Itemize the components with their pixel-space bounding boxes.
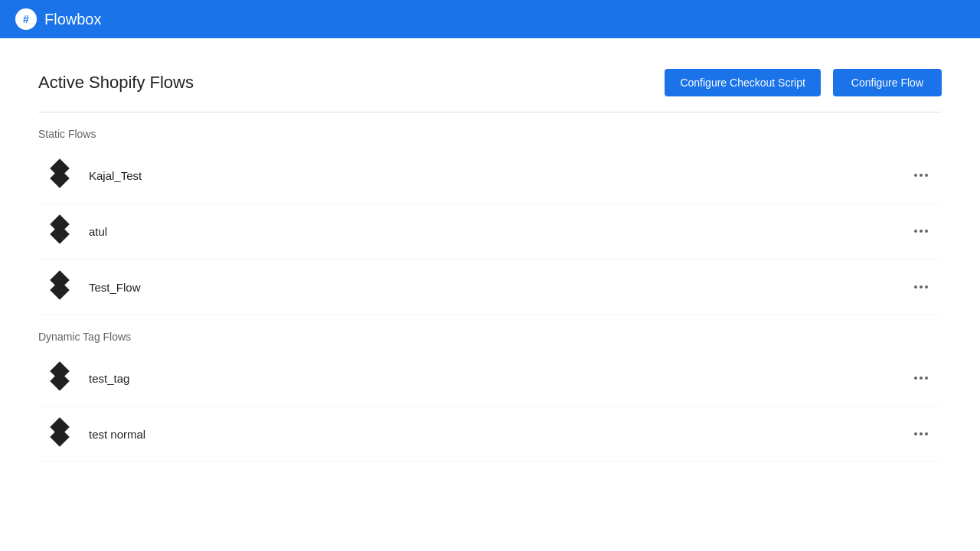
diamond-stack-icon — [48, 273, 71, 301]
flow-menu-button[interactable] — [908, 282, 934, 292]
app-logo-icon: # — [15, 8, 37, 30]
flow-name: test_tag — [89, 372, 908, 385]
flow-name: Test_Flow — [89, 281, 908, 294]
flow-name: atul — [89, 225, 908, 238]
list-item: Kajal_Test — [38, 148, 942, 204]
flow-icon — [46, 161, 74, 189]
dynamic-flows-section: Dynamic Tag Flows test_tag — [38, 331, 942, 462]
flow-name: test normal — [89, 428, 908, 441]
flow-icon — [46, 420, 74, 448]
flow-menu-button[interactable] — [908, 429, 934, 439]
list-item: atul — [38, 204, 942, 259]
header-buttons: Configure Checkout Script Configure Flow — [665, 69, 942, 96]
list-item: test normal — [38, 406, 942, 462]
main-content: Active Shopify Flows Configure Checkout … — [0, 38, 980, 462]
page-header: Active Shopify Flows Configure Checkout … — [38, 38, 942, 112]
divider — [38, 112, 942, 112]
flow-menu-button[interactable] — [908, 227, 934, 236]
app-name: Flowbox — [44, 11, 101, 28]
flow-icon — [46, 273, 74, 301]
flow-name: Kajal_Test — [89, 169, 908, 182]
configure-flow-button[interactable]: Configure Flow — [833, 69, 942, 96]
flow-icon — [46, 217, 74, 245]
static-flows-label: Static Flows — [38, 128, 942, 140]
list-item: test_tag — [38, 350, 942, 406]
flow-icon — [46, 364, 74, 392]
diamond-stack-icon — [48, 217, 71, 245]
page-title: Active Shopify Flows — [38, 73, 194, 93]
diamond-stack-icon — [48, 161, 71, 189]
app-header: # Flowbox — [0, 0, 980, 38]
list-item: Test_Flow — [38, 259, 942, 315]
flow-menu-button[interactable] — [908, 171, 934, 180]
diamond-stack-icon — [48, 420, 71, 448]
flow-menu-button[interactable] — [908, 373, 934, 383]
dynamic-flows-label: Dynamic Tag Flows — [38, 331, 942, 343]
configure-checkout-button[interactable]: Configure Checkout Script — [665, 69, 820, 96]
diamond-stack-icon — [48, 364, 71, 392]
static-flows-section: Static Flows Kajal_Test — [38, 128, 942, 315]
